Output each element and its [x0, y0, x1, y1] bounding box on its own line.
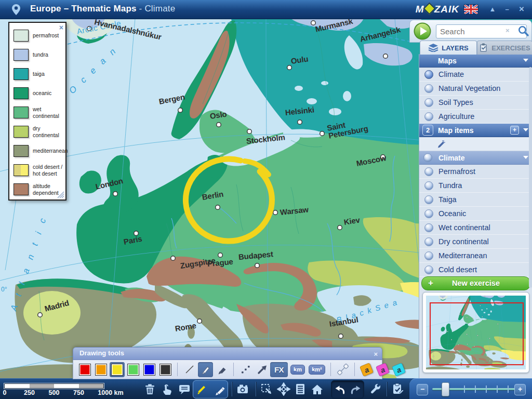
home-button[interactable] — [309, 381, 325, 397]
color-swatch-2[interactable] — [110, 362, 125, 377]
color-swatch-5[interactable] — [158, 362, 173, 377]
map-item-drawing-row[interactable] — [419, 137, 532, 151]
app-window: HvannadalshnúkurMurmanskArhangelskOuluBe… — [0, 0, 532, 399]
search-icon[interactable] — [517, 24, 529, 37]
scale-tick-label: 250 — [24, 389, 35, 396]
city-label-london: London — [95, 177, 124, 191]
map-items-section-header[interactable]: 2 Map items + — [419, 124, 532, 137]
undo-button[interactable] — [333, 383, 347, 396]
tab-layers[interactable]: LAYERS — [420, 41, 477, 55]
climate-section-header[interactable]: Climate — [419, 151, 532, 165]
city-label-oulu: Oulu — [290, 55, 309, 65]
dotted-line-tool[interactable] — [238, 362, 253, 377]
marker-tool[interactable] — [214, 362, 229, 377]
legend-swatch — [14, 49, 29, 61]
search-input[interactable] — [436, 24, 527, 38]
scale-tick-label: 500 — [49, 389, 60, 396]
camera-button[interactable] — [235, 381, 250, 397]
city-label-oslo: Oslo — [209, 110, 227, 121]
climate-item-oceanic[interactable]: Oceanic — [419, 207, 532, 221]
climate-item-tundra[interactable]: Tundra — [419, 179, 532, 193]
legend-item: cold desert / hot desert — [14, 161, 65, 180]
tab-exercises[interactable]: EXERCISES — [477, 41, 532, 55]
climate-item-cold-desert[interactable]: Cold desert — [419, 263, 532, 277]
fx-tool[interactable]: FX — [270, 362, 288, 377]
sphere-icon — [424, 167, 433, 176]
chevron-down-icon — [523, 156, 528, 162]
maps-item-climate[interactable]: Climate — [419, 68, 532, 82]
minimize-button[interactable]: – — [501, 4, 513, 15]
highlighter-pen-tool[interactable] — [198, 362, 213, 377]
sea-label: O c e a n — [67, 44, 120, 96]
maps-section-header[interactable]: Maps — [419, 54, 532, 68]
maximize-button[interactable]: ▲ — [486, 4, 499, 15]
item-label: Taiga — [438, 195, 457, 204]
legend-swatch — [14, 183, 29, 195]
text-a-pink-tool[interactable]: a — [375, 362, 390, 377]
climate-item-taiga[interactable]: Taiga — [419, 193, 532, 207]
legend-item: wet continental — [14, 103, 65, 122]
item-label: Soil Types — [438, 98, 473, 107]
minimap-viewport-rect[interactable] — [430, 302, 524, 365]
maps-item-soil-types[interactable]: Soil Types — [419, 96, 532, 110]
text-a-orange-tool[interactable]: a — [359, 362, 374, 377]
legend-resize-handle[interactable] — [56, 190, 64, 198]
page-title: Europe – Thematic Maps - Climate — [30, 4, 175, 14]
list-button[interactable] — [292, 381, 308, 397]
color-swatch-4[interactable] — [142, 362, 157, 377]
redo-button[interactable] — [349, 383, 363, 396]
layers-panel: Maps ClimateNatural VegetationSoil Types… — [419, 54, 532, 379]
city-label-paris: Paris — [123, 234, 143, 246]
city-label-stockholm: Stockholm — [246, 133, 285, 145]
swatch — [143, 364, 155, 376]
trash-button[interactable] — [142, 381, 157, 397]
legend-label: oceanic — [33, 90, 51, 96]
color-swatch-3[interactable] — [126, 362, 141, 377]
add-map-item-button[interactable]: + — [510, 126, 519, 135]
climate-list: PermafrostTundraTaigaOceanicWet continen… — [419, 165, 532, 277]
climate-item-dry-continental[interactable]: Dry continental — [419, 235, 532, 249]
km-label-tool[interactable]: km — [289, 362, 307, 377]
arrow-tool[interactable] — [254, 362, 269, 377]
zoom-slider-handle[interactable] — [442, 382, 449, 396]
city-label-arhangelsk: Arhangelsk — [359, 25, 401, 43]
pencil-button[interactable] — [195, 383, 208, 396]
thin-line-tool[interactable] — [182, 362, 197, 377]
climate-item-permafrost[interactable]: Permafrost — [419, 165, 532, 179]
uk-flag-icon[interactable] — [464, 5, 478, 14]
legend-label: tundra — [33, 51, 48, 58]
sphere-icon — [424, 209, 433, 218]
panel-scrollbar[interactable] — [529, 67, 532, 288]
maps-item-natural-vegetation[interactable]: Natural Vegetation — [419, 82, 532, 96]
wrench-button[interactable] — [368, 381, 383, 397]
drawing-tools-titlebar[interactable]: Drawing tools × — [73, 347, 382, 360]
maps-item-agriculture[interactable]: Agriculture — [419, 110, 532, 124]
legend-item: taiga — [14, 64, 65, 84]
color-swatch-1[interactable] — [94, 362, 109, 377]
search-panel: × — [409, 20, 532, 43]
climate-item-wet-continental[interactable]: Wet continental — [419, 221, 532, 235]
climate-item-mediterranean[interactable]: Mediterranean — [419, 249, 532, 263]
measure-link-tool[interactable] — [335, 362, 350, 377]
text-a-cyan-tool[interactable]: a — [391, 362, 406, 377]
new-exercise-button[interactable]: +New exercise — [421, 276, 530, 290]
km2-label-tool[interactable]: km² — [308, 362, 326, 377]
sphere-icon — [424, 98, 433, 107]
sphere-icon — [424, 265, 433, 274]
map-scale-bar — [4, 383, 104, 389]
search-clear-icon[interactable]: × — [506, 26, 510, 34]
play-button[interactable] — [413, 22, 432, 41]
zoom-in-button[interactable]: + — [514, 384, 526, 395]
select-button[interactable] — [259, 381, 274, 397]
drawing-tools-close-icon[interactable]: × — [374, 349, 378, 360]
zoom-out-button[interactable]: − — [417, 384, 428, 395]
close-button[interactable]: ✕ — [515, 4, 528, 15]
item-label: Natural Vegetation — [438, 84, 500, 92]
hand-button[interactable] — [159, 381, 175, 397]
pan-button[interactable] — [276, 381, 291, 397]
city-label-helsinki: Helsinki — [285, 105, 314, 116]
comment-button[interactable] — [177, 381, 192, 397]
color-swatch-0[interactable] — [77, 362, 92, 377]
marker-button[interactable] — [212, 383, 225, 396]
exercise-check-button[interactable] — [390, 381, 405, 397]
